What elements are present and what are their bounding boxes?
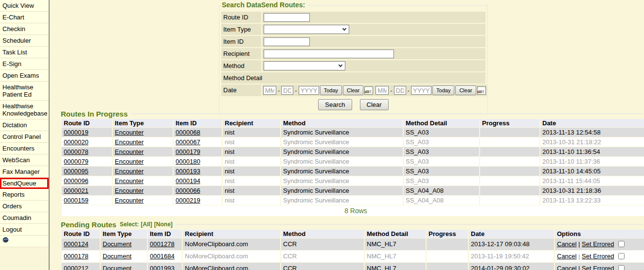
route-id-link[interactable]: 0000096 xyxy=(64,177,89,185)
date-to-calendar-icon[interactable]: MAY xyxy=(477,86,486,95)
cancel-link[interactable]: Cancel xyxy=(557,240,576,248)
date-to-month-input[interactable] xyxy=(376,86,389,95)
route-id-link[interactable]: 0000124 xyxy=(64,240,89,248)
sidebar-item-coumadin[interactable]: Coumadin xyxy=(0,212,49,224)
sidebar-item-checkin[interactable]: Checkin xyxy=(0,23,49,35)
item-id-link[interactable]: 0000193 xyxy=(176,168,200,175)
sidebar-item-healthwise-knowledgebase[interactable]: Healthwise Knowledgebase xyxy=(0,101,49,119)
item-id-link[interactable]: 0001684 xyxy=(150,253,175,260)
date-to-year-input[interactable] xyxy=(411,86,431,95)
search-datasend-routes-form: Search DataSend Routes: Route ID Item Ty… xyxy=(219,5,488,115)
recipient-input[interactable] xyxy=(264,50,394,58)
date-from-calendar-icon[interactable]: MAY xyxy=(364,86,373,95)
date-to-clear-button[interactable]: Clear xyxy=(455,85,476,95)
item-type-link[interactable]: Encounter xyxy=(115,138,143,146)
date-to-day-input[interactable] xyxy=(394,86,406,95)
sidebar-item-encounters[interactable]: Encounters xyxy=(0,143,49,154)
clear-button[interactable]: Clear xyxy=(360,99,389,110)
date-row: Date - - Today Clear MAY - - xyxy=(221,84,485,96)
cell-recipient: nist xyxy=(223,167,280,176)
search-button[interactable]: Search xyxy=(318,99,352,110)
row-select-checkbox[interactable] xyxy=(618,253,625,259)
sidebar-item-orders[interactable]: Orders xyxy=(0,201,49,212)
row-select-checkbox[interactable] xyxy=(618,265,625,270)
item-id-link[interactable]: 0000067 xyxy=(176,138,200,146)
item-type-select[interactable] xyxy=(264,25,349,34)
sidebar-item-logout[interactable]: Logout xyxy=(0,224,49,236)
date-to-today-button[interactable]: Today xyxy=(432,85,454,95)
item-type-link[interactable]: Encounter xyxy=(115,197,143,204)
cell-progress xyxy=(427,263,468,270)
column-header-route-id: Route ID xyxy=(62,119,112,127)
sidebar-item-task-list[interactable]: Task List xyxy=(0,47,49,58)
set-errored-link[interactable]: Set Errored xyxy=(582,253,614,260)
sidebar-item-webscan[interactable]: WebScan xyxy=(0,154,49,166)
sidebar-item-e-sign[interactable]: E-Sign xyxy=(0,58,49,70)
route-id-link[interactable]: 0000020 xyxy=(64,138,89,146)
date-from-month-input[interactable] xyxy=(263,86,276,95)
sidebar-item-reports[interactable]: Reports xyxy=(0,189,49,201)
date-from-year-input[interactable] xyxy=(299,86,319,95)
cell-method: Syndromic Surveillance xyxy=(281,147,403,156)
item-id-link[interactable]: 0000179 xyxy=(176,148,200,155)
sidebar-item-quick-view[interactable]: Quick View xyxy=(0,0,49,12)
item-type-link[interactable]: Encounter xyxy=(115,148,143,155)
row-select-checkbox[interactable] xyxy=(618,241,625,247)
cell-method-detail: SS_A03 xyxy=(404,157,479,166)
item-id-input[interactable] xyxy=(264,37,310,46)
cancel-link[interactable]: Cancel xyxy=(557,253,576,260)
sidebar-item-scheduler[interactable]: Scheduler xyxy=(0,35,49,47)
item-id-link[interactable]: 0000194 xyxy=(176,177,200,185)
date-from-clear-button[interactable]: Clear xyxy=(343,85,363,95)
route-id-link[interactable]: 0000019 xyxy=(64,129,89,136)
item-type-link[interactable]: Document xyxy=(103,253,131,260)
method-select[interactable] xyxy=(264,62,345,70)
cell-method: Syndromic Surveillance xyxy=(281,186,403,195)
sidebar-item-dictation[interactable]: Dictation xyxy=(0,119,49,131)
item-id-link[interactable]: 0001278 xyxy=(150,240,175,248)
cell-method-detail: SS_A03 xyxy=(404,176,479,186)
date-label: Date xyxy=(221,84,261,96)
sidebar-item-fax-manager[interactable]: Fax Manager xyxy=(0,166,49,178)
select-all-link[interactable]: [All] xyxy=(141,221,152,228)
item-type-link[interactable]: Encounter xyxy=(115,168,143,175)
cell-date: 2013-11-13 13:22:33 xyxy=(540,196,644,205)
item-type-link[interactable]: Encounter xyxy=(115,177,143,185)
item-type-link[interactable]: Encounter xyxy=(115,129,143,136)
item-id-link[interactable]: 0000180 xyxy=(176,158,200,165)
cell-method-detail: SS_A03 xyxy=(404,167,479,176)
sidebar-item-e-chart[interactable]: E-Chart xyxy=(0,12,49,23)
route-id-link[interactable]: 0000078 xyxy=(64,148,89,155)
select-none-link[interactable]: [None] xyxy=(154,221,173,228)
cell-item-type: Encounter xyxy=(113,147,173,156)
set-errored-link[interactable]: Set Errored xyxy=(582,240,614,248)
cell-progress xyxy=(480,176,539,186)
cell-method: CCR xyxy=(281,263,364,270)
row-count-footer: 8 Rows xyxy=(62,205,644,216)
column-header-date: Date xyxy=(540,119,644,127)
column-header-method: Method xyxy=(281,119,403,127)
route-id-link[interactable]: 0000095 xyxy=(64,168,89,175)
set-errored-link[interactable]: Set Errored xyxy=(582,265,614,270)
cell-progress xyxy=(480,167,539,176)
cell-progress xyxy=(480,137,539,147)
route-id-link[interactable]: 0000178 xyxy=(64,253,89,260)
route-id-link[interactable]: 0000159 xyxy=(64,197,89,204)
sidebar-item-sendqueue[interactable]: SendQueue xyxy=(0,178,49,189)
route-id-link[interactable]: 0000079 xyxy=(64,158,89,165)
item-id-link[interactable]: 0000068 xyxy=(176,129,200,136)
item-id-link[interactable]: 0000066 xyxy=(176,187,200,194)
date-from-today-button[interactable]: Today xyxy=(320,85,342,95)
route-id-link[interactable]: 0000021 xyxy=(64,187,89,194)
globe-icon[interactable] xyxy=(0,236,49,247)
sidebar-item-control-panel[interactable]: Control Panel xyxy=(0,131,49,143)
item-id-link[interactable]: 0000219 xyxy=(176,197,200,204)
sidebar-item-open-exams[interactable]: Open Exams xyxy=(0,70,49,82)
item-type-link[interactable]: Encounter xyxy=(115,187,143,194)
cancel-link[interactable]: Cancel xyxy=(557,265,576,270)
item-type-link[interactable]: Encounter xyxy=(115,158,143,165)
item-type-link[interactable]: Document xyxy=(103,240,131,248)
date-from-day-input[interactable] xyxy=(281,86,293,95)
sidebar-item-healthwise-patient-ed[interactable]: Healthwise Patient Ed xyxy=(0,82,49,101)
route-id-input[interactable] xyxy=(264,13,310,22)
